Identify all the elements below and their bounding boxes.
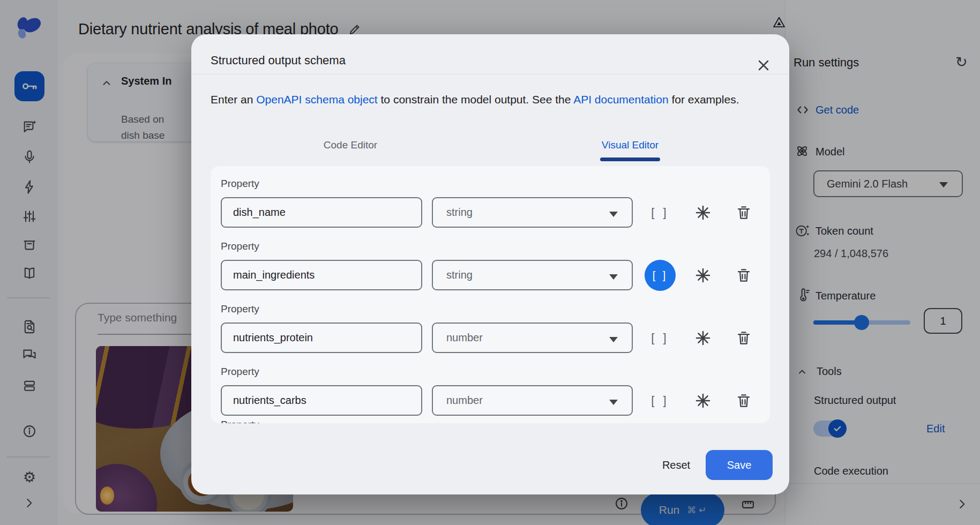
structured-output-schema-dialog: Structured output schema Enter an OpenAP… [191, 34, 789, 494]
tab-code-editor[interactable]: Code Editor [211, 135, 490, 151]
property-type-value: string [446, 269, 473, 281]
close-icon [755, 57, 772, 74]
app-window: ⚙ Dietary nutrient analysis of meal phot… [0, 0, 980, 525]
active-tab-indicator [600, 158, 660, 161]
save-schema-button[interactable]: Save [706, 450, 773, 480]
delete-property-button[interactable] [736, 204, 753, 221]
openapi-schema-link[interactable]: OpenAPI schema object [256, 93, 377, 106]
array-toggle-button-active[interactable]: [ ] [645, 260, 676, 291]
close-dialog-button[interactable] [755, 57, 772, 74]
trash-icon [736, 267, 752, 284]
chevron-down-icon [609, 337, 618, 342]
trash-icon [736, 204, 752, 221]
description-text: for examples. [669, 93, 739, 106]
array-toggle-button[interactable]: [ ] [645, 197, 676, 228]
asterisk-icon [694, 204, 712, 221]
property-label: Property [221, 419, 259, 423]
dialog-title: Structured output schema [211, 54, 346, 68]
asterisk-icon [694, 267, 712, 284]
dialog-header-divider [191, 74, 789, 74]
property-label: Property [221, 241, 259, 252]
required-toggle-button[interactable] [694, 392, 712, 409]
property-type-select[interactable]: string [432, 197, 633, 228]
array-toggle-button[interactable]: [ ] [645, 385, 676, 416]
property-name-value: dish_name [233, 206, 286, 219]
property-type-value: number [446, 332, 483, 344]
required-toggle-button[interactable] [694, 204, 712, 221]
property-name-input[interactable]: nutrients_protein [221, 322, 422, 353]
dialog-description: Enter an OpenAPI schema object to constr… [211, 93, 770, 106]
description-text: to constrain the model output. See the [378, 93, 573, 106]
delete-property-button[interactable] [736, 267, 753, 284]
property-type-select[interactable]: number [432, 385, 633, 416]
schema-properties-panel: Property dish_name string [ ] Property m… [211, 166, 770, 423]
tab-visual-editor[interactable]: Visual Editor [490, 135, 770, 151]
reset-schema-button[interactable]: Reset [647, 450, 706, 480]
property-label: Property [221, 366, 259, 378]
property-label: Property [221, 178, 259, 190]
property-type-value: string [446, 206, 473, 219]
asterisk-icon [694, 392, 712, 409]
delete-property-button[interactable] [736, 392, 753, 409]
chevron-down-icon [609, 274, 618, 280]
delete-property-button[interactable] [736, 329, 753, 347]
property-name-input[interactable]: nutrients_carbs [221, 385, 422, 416]
array-toggle-button[interactable]: [ ] [645, 322, 676, 354]
property-name-value: main_ingredients [233, 269, 315, 281]
property-type-select[interactable]: number [432, 322, 633, 353]
api-documentation-link[interactable]: API documentation [573, 93, 668, 106]
required-toggle-button[interactable] [694, 329, 712, 347]
property-type-select[interactable]: string [432, 260, 633, 290]
required-toggle-button[interactable] [694, 267, 712, 284]
property-name-value: nutrients_protein [233, 332, 313, 344]
property-name-value: nutrients_carbs [233, 394, 306, 407]
asterisk-icon [694, 329, 712, 347]
property-name-input[interactable]: dish_name [221, 197, 422, 228]
editor-tabs: Code Editor Visual Editor [211, 135, 770, 151]
property-type-value: number [446, 394, 483, 407]
property-name-input[interactable]: main_ingredients [221, 260, 422, 290]
chevron-down-icon [609, 400, 618, 405]
trash-icon [736, 329, 752, 347]
chevron-down-icon [609, 212, 618, 217]
property-label: Property [221, 303, 259, 315]
trash-icon [736, 392, 752, 409]
description-text: Enter an [211, 93, 256, 106]
